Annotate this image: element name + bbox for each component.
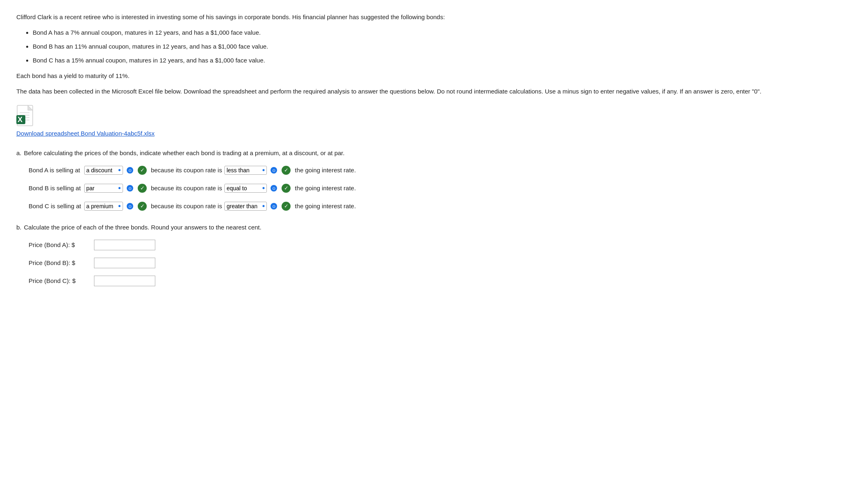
bond-b-rate-select[interactable]: less than equal to greater than: [226, 185, 265, 192]
bond-c-rate-check-icon: ✓: [282, 202, 291, 211]
bond-a-middle-text: because its coupon rate is: [149, 165, 222, 175]
svg-text:⊙: ⊙: [272, 168, 275, 173]
svg-text:X: X: [18, 116, 22, 124]
bond-c-selling-check-icon: ✓: [138, 202, 147, 211]
question-a-header: a. Before calculating the prices of the …: [16, 148, 852, 158]
question-a-label: a.: [16, 148, 22, 158]
excel-download-area: X Download spreadsheet Bond Valuation-4a…: [16, 105, 852, 138]
bond-b-suffix: the going interest rate.: [293, 183, 356, 193]
bond-c-description: Bond C has a 15% annual coupon, matures …: [33, 56, 852, 65]
price-b-row: Price (Bond B): $: [29, 258, 852, 268]
bond-a-selling-check-icon: ✓: [138, 166, 147, 175]
question-a-section: a. Before calculating the prices of the …: [16, 148, 852, 211]
bond-b-selling-check-icon: ✓: [138, 184, 147, 193]
svg-text:⊙: ⊙: [272, 186, 275, 191]
bond-a-description: Bond A has a 7% annual coupon, matures i…: [33, 28, 852, 38]
price-a-input[interactable]: [94, 240, 155, 250]
price-c-label: Price (Bond C): $: [29, 276, 94, 286]
price-b-label: Price (Bond B): $: [29, 258, 94, 268]
yield-text: Each bond has a yield to maturity of 11%…: [16, 71, 852, 81]
intro-main-text: Clifford Clark is a recent retiree who i…: [16, 12, 852, 22]
price-c-row: Price (Bond C): $: [29, 276, 852, 286]
bond-c-selling-dropdown-wrapper[interactable]: a discount par a premium ●: [84, 202, 123, 211]
question-b-header: b. Calculate the price of each of the th…: [16, 223, 852, 232]
bond-a-selling-blue-icon: ⊙: [126, 167, 134, 174]
bond-b-rate-blue-icon: ⊙: [270, 185, 277, 192]
question-b-text: Calculate the price of each of the three…: [24, 223, 262, 232]
price-rows-container: Price (Bond A): $ Price (Bond B): $ Pric…: [29, 240, 852, 286]
bond-c-selling-blue-icon: ⊙: [126, 203, 134, 210]
bond-c-suffix: the going interest rate.: [293, 201, 356, 211]
bond-c-rate-blue-icon: ⊙: [270, 203, 277, 210]
bond-b-rate-check-icon: ✓: [282, 184, 291, 193]
svg-text:⊙: ⊙: [128, 168, 132, 173]
instruction-text: The data has been collected in the Micro…: [16, 87, 852, 96]
bond-b-row: Bond B is selling at a discount par a pr…: [29, 183, 852, 193]
question-b-section: b. Calculate the price of each of the th…: [16, 223, 852, 286]
bond-a-rate-dropdown-wrapper[interactable]: less than equal to greater than ●: [224, 166, 267, 175]
bond-c-row: Bond C is selling at a discount par a pr…: [29, 201, 852, 211]
excel-file-icon: X: [16, 105, 37, 127]
bond-c-rate-dropdown-wrapper[interactable]: less than equal to greater than ●: [224, 202, 267, 211]
bond-rows-container: Bond A is selling at a discount par a pr…: [29, 165, 852, 211]
bond-a-selling-dropdown-wrapper[interactable]: a discount par a premium ●: [84, 166, 123, 175]
bond-c-selling-select[interactable]: a discount par a premium: [86, 203, 121, 209]
price-c-input[interactable]: [94, 276, 155, 286]
bond-list: Bond A has a 7% annual coupon, matures i…: [33, 28, 852, 65]
bond-b-selling-blue-icon: ⊙: [126, 185, 134, 192]
bond-a-rate-select[interactable]: less than equal to greater than: [226, 167, 265, 174]
svg-text:⊙: ⊙: [272, 204, 275, 209]
bond-b-middle-text: because its coupon rate is: [149, 183, 222, 193]
bond-b-selling-select[interactable]: a discount par a premium: [86, 185, 121, 192]
bond-a-rate-blue-icon: ⊙: [270, 167, 277, 174]
bond-c-rate-select[interactable]: less than equal to greater than: [226, 203, 265, 209]
bond-a-prefix: Bond A is selling at: [29, 165, 82, 175]
bond-a-selling-select[interactable]: a discount par a premium: [86, 167, 121, 174]
bond-b-rate-dropdown-wrapper[interactable]: less than equal to greater than ●: [224, 184, 267, 193]
svg-text:⊙: ⊙: [128, 186, 132, 191]
price-b-input[interactable]: [94, 258, 155, 268]
bond-b-description: Bond B has an 11% annual coupon, matures…: [33, 42, 852, 51]
bond-a-row: Bond A is selling at a discount par a pr…: [29, 165, 852, 175]
bond-b-prefix: Bond B is selling at: [29, 183, 82, 193]
svg-text:⊙: ⊙: [128, 204, 132, 209]
bond-c-prefix: Bond C is selling at: [29, 201, 82, 211]
bond-b-selling-dropdown-wrapper[interactable]: a discount par a premium ●: [84, 184, 123, 193]
price-a-row: Price (Bond A): $: [29, 240, 852, 250]
price-a-label: Price (Bond A): $: [29, 240, 94, 250]
question-a-text: Before calculating the prices of the bon…: [24, 148, 345, 158]
bond-a-rate-check-icon: ✓: [282, 166, 291, 175]
question-b-label: b.: [16, 223, 22, 232]
bond-a-suffix: the going interest rate.: [293, 165, 356, 175]
download-link[interactable]: Download spreadsheet Bond Valuation-4abc…: [16, 129, 154, 138]
bond-c-middle-text: because its coupon rate is: [149, 201, 222, 211]
